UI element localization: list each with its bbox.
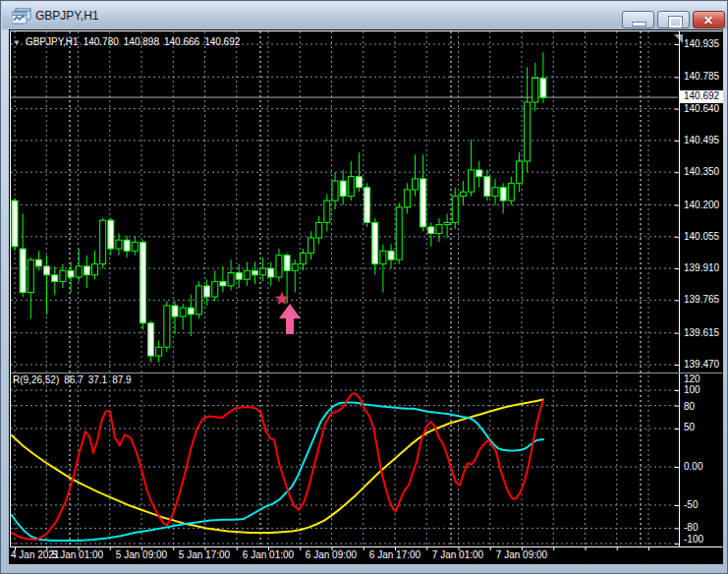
indicator-value-red: 86.7 <box>64 374 83 385</box>
price-tick-label: 140.055 <box>684 231 719 242</box>
time-tick-label: 6 Jan 01:00 <box>239 549 298 560</box>
header-open: 140.780 <box>84 36 119 47</box>
close-icon: ✕ <box>703 14 713 28</box>
time-tick-label: 7 Jan 01:00 <box>428 549 487 560</box>
price-tick-label: 139.615 <box>684 327 719 338</box>
chart-window-icon[interactable] <box>12 8 31 25</box>
indicator-tick-label: -100 <box>684 534 703 545</box>
header-high: 140.898 <box>124 36 159 47</box>
ohlc-header: ▼GBPJPY,H1140.780140.898140.666140.692 <box>13 36 245 47</box>
close-button[interactable]: ✕ <box>693 11 725 29</box>
minimize-button[interactable] <box>622 11 654 29</box>
minimize-icon <box>632 22 646 27</box>
price-tick-label: 140.350 <box>684 166 719 177</box>
window-title: GBPJPY,H1 <box>35 9 98 23</box>
indicator-header: R(9,26,52)86.737.187.9 <box>13 374 137 385</box>
indicator-tick-label: 100 <box>684 384 700 395</box>
indicator-value-cyan: 37.1 <box>88 374 107 385</box>
indicator-tick-label: -80 <box>684 522 698 533</box>
restore-icon <box>669 17 682 28</box>
price-tick-label: 139.765 <box>684 294 719 305</box>
price-tick-label: 140.640 <box>684 103 719 114</box>
indicator-value-yellow: 87.9 <box>112 374 131 385</box>
time-tick-label: 5 Jan 17:00 <box>175 549 234 560</box>
indicator-tick-label: 80 <box>684 401 695 412</box>
panel-splitter[interactable] <box>9 371 723 375</box>
price-tick-label: 139.470 <box>684 359 719 370</box>
header-symbol: GBPJPY,H1 <box>26 36 79 47</box>
time-tick-label: 5 Jan 09:00 <box>112 549 171 560</box>
symbol-dropdown-icon[interactable]: ▼ <box>13 38 21 47</box>
time-tick-label: 6 Jan 09:00 <box>302 549 361 560</box>
indicator-tick-label: -50 <box>684 499 698 510</box>
header-low: 140.666 <box>164 36 199 47</box>
price-tick-label: 140.785 <box>684 71 719 82</box>
time-tick-label: 6 Jan 17:00 <box>365 549 424 560</box>
restore-button[interactable] <box>657 11 690 29</box>
title-bar[interactable]: GBPJPY,H1 ✕ <box>2 2 728 29</box>
indicator-name: R(9,26,52) <box>13 374 59 385</box>
chart-window: GBPJPY,H1 ✕ ▼GBPJPY,H1140.780140.898140.… <box>0 0 728 574</box>
time-tick-label: 5 Jan 01:00 <box>48 549 107 560</box>
price-tick-label: 140.200 <box>684 200 719 210</box>
price-scale[interactable]: 140.692 140.935140.785140.640140.495140.… <box>680 29 723 546</box>
price-tick-label: 139.910 <box>684 262 719 273</box>
indicator-tick-label: 0.00 <box>684 461 702 472</box>
price-tick-label: 140.935 <box>684 38 719 49</box>
chart-client-area[interactable] <box>9 29 723 564</box>
time-tick-label: 7 Jan 09:00 <box>492 549 551 560</box>
time-axis[interactable]: 4 Jan 20215 Jan 01:005 Jan 09:005 Jan 17… <box>9 547 723 564</box>
current-price-tag: 140.692 <box>680 90 723 103</box>
indicator-tick-label: 50 <box>684 422 695 432</box>
header-close: 140.692 <box>204 36 240 47</box>
price-tick-label: 140.495 <box>684 135 719 145</box>
